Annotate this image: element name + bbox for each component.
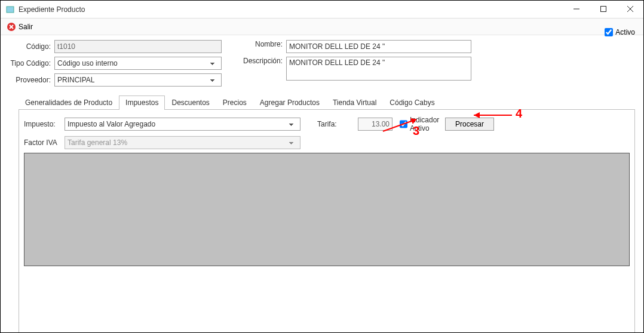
nombre-field[interactable] [286,40,471,53]
window-title: Expediente Producto [19,5,85,14]
toolbar: Salir [1,18,643,35]
app-icon [5,5,15,14]
tab-content-impuestos: Impuesto: Impuesto al Valor Agregado Tar… [19,110,635,333]
indicador-activo-label: Indicador Activo [410,116,439,132]
salir-label: Salir [19,23,33,31]
close-button[interactable] [617,1,643,17]
title-bar: Expediente Producto [1,1,643,18]
tab-precios[interactable]: Precios [216,95,253,110]
nombre-label: Nombre: [240,40,283,48]
impuesto-label: Impuesto: [24,120,60,128]
tab-generalidades[interactable]: Generalidades de Producto [19,95,119,110]
close-icon [7,22,16,32]
impuesto-select[interactable]: Impuesto al Valor Agregado [65,118,300,131]
svg-rect-0 [7,7,14,13]
svg-rect-2 [600,7,606,12]
descripcion-label: Descripción: [240,57,283,65]
minimize-button[interactable] [563,1,590,17]
codigo-label: Código: [9,42,51,51]
activo-label: Activo [615,28,635,36]
indicador-activo-row[interactable]: Indicador Activo [400,116,436,132]
maximize-button[interactable] [590,1,617,17]
tab-descuentos[interactable]: Descuentos [165,95,216,110]
tab-cabys[interactable]: Código Cabys [383,95,441,110]
factor-iva-select: Tarifa general 13% [65,136,300,149]
proveedor-label: Proveedor: [9,76,51,84]
proveedor-select[interactable]: PRINCIPAL [54,73,222,87]
factor-iva-label: Factor IVA [24,138,60,147]
indicador-activo-checkbox[interactable] [400,120,407,128]
impuestos-grid[interactable] [24,153,630,266]
salir-button[interactable]: Salir [7,22,33,32]
tab-strip: Generalidades de Producto Impuestos Desc… [19,95,635,110]
tipo-codigo-select[interactable]: Código uso interno [54,57,222,70]
tarifa-label: Tarifa: [317,120,353,128]
activo-checkbox-row[interactable]: Activo [605,28,635,36]
descripcion-field[interactable]: MONITOR DELL LED DE 24 " [286,57,471,81]
codigo-field [54,40,222,53]
tarifa-field [358,118,392,131]
tab-impuestos[interactable]: Impuestos [119,95,165,110]
activo-checkbox[interactable] [605,28,613,36]
tab-agregar[interactable]: Agregar Productos [253,95,326,110]
procesar-button[interactable]: Procesar [445,118,494,131]
tab-tienda[interactable]: Tienda Virtual [326,95,383,110]
tipo-codigo-label: Tipo Código: [9,59,51,67]
